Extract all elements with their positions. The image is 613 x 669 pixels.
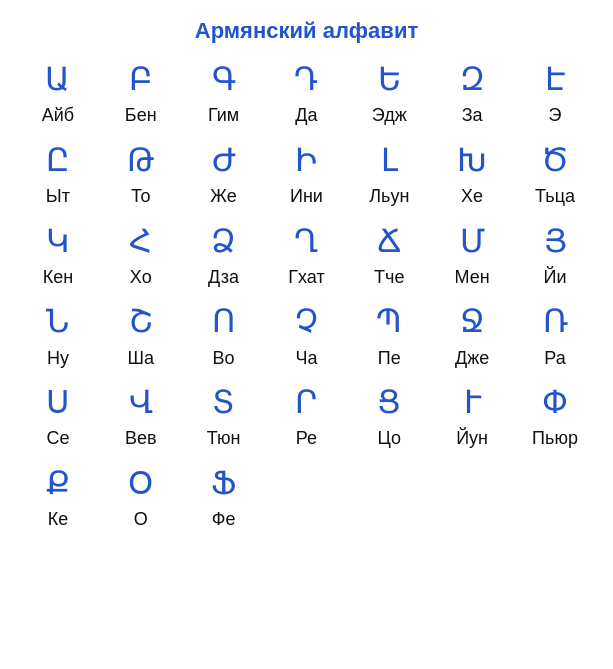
armenian-letter <box>265 462 348 505</box>
letter-name: Бен <box>99 101 182 131</box>
letter-name: Фе <box>182 505 265 535</box>
letter-name <box>514 505 597 535</box>
armenian-letter: Ն <box>17 300 100 343</box>
armenian-letter: Պ <box>348 300 431 343</box>
letter-name: Дже <box>431 344 514 374</box>
latin-row: КеОФе <box>17 505 597 535</box>
armenian-letter: Խ <box>431 139 514 182</box>
latin-row: СеВевТюнРеЦоЙунПьюр <box>17 424 597 454</box>
latin-row: АйбБенГимДаЭджЗаЭ <box>17 101 597 131</box>
armenian-letter: Ջ <box>431 300 514 343</box>
letter-name: Йун <box>431 424 514 454</box>
armenian-letter: Ր <box>265 381 348 424</box>
armenian-letter: Հ <box>99 220 182 263</box>
armenian-letter: Է <box>514 58 597 101</box>
page-title: Армянский алфавит <box>0 0 613 58</box>
armenian-letter: Ց <box>348 381 431 424</box>
letter-name: Ре <box>265 424 348 454</box>
letter-name: Тче <box>348 263 431 293</box>
armenian-row: ԸԹԺԻԼԽԾ <box>17 139 597 182</box>
armenian-letter: Շ <box>99 300 182 343</box>
armenian-letter: Ա <box>17 58 100 101</box>
letter-name: Мен <box>431 263 514 293</box>
armenian-letter: Փ <box>514 381 597 424</box>
latin-row: ЫтТоЖеИниЛьунХеТьца <box>17 182 597 212</box>
letter-name: Ыт <box>17 182 100 212</box>
letter-name: Ке <box>17 505 100 535</box>
letter-name: Же <box>182 182 265 212</box>
letter-name: Ини <box>265 182 348 212</box>
letter-name: Се <box>17 424 100 454</box>
letter-name: Цо <box>348 424 431 454</box>
armenian-letter: Զ <box>431 58 514 101</box>
armenian-row: ՍՎՏՐՑՒՓ <box>17 381 597 424</box>
armenian-letter: Գ <box>182 58 265 101</box>
armenian-letter <box>514 462 597 505</box>
latin-row: КенХоДзаГхатТчеМенЙи <box>17 263 597 293</box>
spacer-row <box>17 373 597 381</box>
armenian-letter: Մ <box>431 220 514 263</box>
letter-name <box>431 505 514 535</box>
armenian-letter: Լ <box>348 139 431 182</box>
letter-name: Гхат <box>265 263 348 293</box>
armenian-letter: Դ <box>265 58 348 101</box>
letter-name: Хе <box>431 182 514 212</box>
letter-name: Ша <box>99 344 182 374</box>
letter-name: Айб <box>17 101 100 131</box>
letter-name: О <box>99 505 182 535</box>
armenian-row: ՆՇՈՉՊՋՌ <box>17 300 597 343</box>
armenian-row: ԿՀՁՂՃՄՅ <box>17 220 597 263</box>
armenian-letter: Տ <box>182 381 265 424</box>
letter-name: Йи <box>514 263 597 293</box>
letter-name: Кен <box>17 263 100 293</box>
letter-name: Э <box>514 101 597 131</box>
letter-name: Да <box>265 101 348 131</box>
armenian-letter: Վ <box>99 381 182 424</box>
armenian-letter: Ֆ <box>182 462 265 505</box>
armenian-letter: Չ <box>265 300 348 343</box>
letter-name: Хо <box>99 263 182 293</box>
armenian-letter: Ւ <box>431 381 514 424</box>
armenian-letter: Ո <box>182 300 265 343</box>
letter-name <box>348 505 431 535</box>
armenian-row: ԱԲԳԴԵԶԷ <box>17 58 597 101</box>
alphabet-table: ԱԲԳԴԵԶԷАйбБенГимДаЭджЗаЭԸԹԺԻԼԽԾЫтТоЖеИни… <box>17 58 597 535</box>
armenian-letter: Ս <box>17 381 100 424</box>
armenian-letter: Բ <box>99 58 182 101</box>
armenian-letter <box>431 462 514 505</box>
armenian-letter: Ե <box>348 58 431 101</box>
armenian-letter: Ձ <box>182 220 265 263</box>
armenian-letter: Ռ <box>514 300 597 343</box>
letter-name: Пьюр <box>514 424 597 454</box>
letter-name: Вев <box>99 424 182 454</box>
spacer-row <box>17 292 597 300</box>
armenian-letter <box>348 462 431 505</box>
letter-name: Дза <box>182 263 265 293</box>
armenian-row: ՔՕՖ <box>17 462 597 505</box>
latin-row: НуШаВоЧаПеДжеРа <box>17 344 597 374</box>
letter-name: Ну <box>17 344 100 374</box>
armenian-letter: Ի <box>265 139 348 182</box>
spacer-row <box>17 131 597 139</box>
letter-name: Тьца <box>514 182 597 212</box>
armenian-letter: Թ <box>99 139 182 182</box>
letter-name: Во <box>182 344 265 374</box>
armenian-letter: Ը <box>17 139 100 182</box>
letter-name: Ча <box>265 344 348 374</box>
letter-name: Тюн <box>182 424 265 454</box>
armenian-letter: Ղ <box>265 220 348 263</box>
armenian-letter: Կ <box>17 220 100 263</box>
spacer-row <box>17 454 597 462</box>
letter-name: Пе <box>348 344 431 374</box>
spacer-row <box>17 212 597 220</box>
armenian-letter: Ծ <box>514 139 597 182</box>
armenian-letter: Ք <box>17 462 100 505</box>
armenian-letter: Յ <box>514 220 597 263</box>
letter-name: За <box>431 101 514 131</box>
letter-name: Ра <box>514 344 597 374</box>
armenian-letter: Ճ <box>348 220 431 263</box>
armenian-letter: Ժ <box>182 139 265 182</box>
letter-name: Льун <box>348 182 431 212</box>
letter-name: Гим <box>182 101 265 131</box>
letter-name: То <box>99 182 182 212</box>
